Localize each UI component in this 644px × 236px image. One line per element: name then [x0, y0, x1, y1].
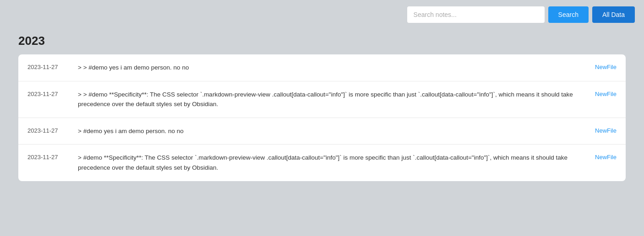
result-text: > #demo yes i am demo person. no no: [78, 126, 590, 136]
result-link[interactable]: NewFile: [595, 126, 617, 134]
result-date: 2023-11-27: [27, 153, 73, 161]
result-body: > > #demo yes i am demo person. no no: [73, 63, 595, 73]
result-link[interactable]: NewFile: [595, 153, 617, 161]
result-body: > #demo **Specificity**: The CSS selecto…: [73, 153, 595, 172]
result-date: 2023-11-27: [27, 63, 73, 70]
result-text: > > #demo **Specificity**: The CSS selec…: [78, 90, 590, 109]
result-body: > #demo yes i am demo person. no no: [73, 126, 595, 136]
table-row: 2023-11-27> > #demo yes i am demo person…: [18, 54, 626, 81]
search-input[interactable]: [407, 6, 545, 23]
result-date: 2023-11-27: [27, 90, 73, 97]
search-button[interactable]: Search: [548, 6, 589, 23]
result-link[interactable]: NewFile: [595, 90, 617, 97]
result-date: 2023-11-27: [27, 126, 73, 134]
year-heading: 2023: [18, 34, 626, 48]
result-text: > > #demo yes i am demo person. no no: [78, 63, 590, 73]
result-text: > #demo **Specificity**: The CSS selecto…: [78, 153, 590, 172]
main-content: 2023 2023-11-27> > #demo yes i am demo p…: [0, 29, 644, 190]
alldata-button[interactable]: All Data: [592, 6, 635, 23]
results-card: 2023-11-27> > #demo yes i am demo person…: [18, 54, 626, 181]
table-row: 2023-11-27> > #demo **Specificity**: The…: [18, 81, 626, 118]
table-row: 2023-11-27> #demo yes i am demo person. …: [18, 118, 626, 145]
top-bar: Search All Data: [0, 0, 644, 29]
table-row: 2023-11-27> #demo **Specificity**: The C…: [18, 145, 626, 181]
result-link[interactable]: NewFile: [595, 63, 617, 70]
result-body: > > #demo **Specificity**: The CSS selec…: [73, 90, 595, 109]
